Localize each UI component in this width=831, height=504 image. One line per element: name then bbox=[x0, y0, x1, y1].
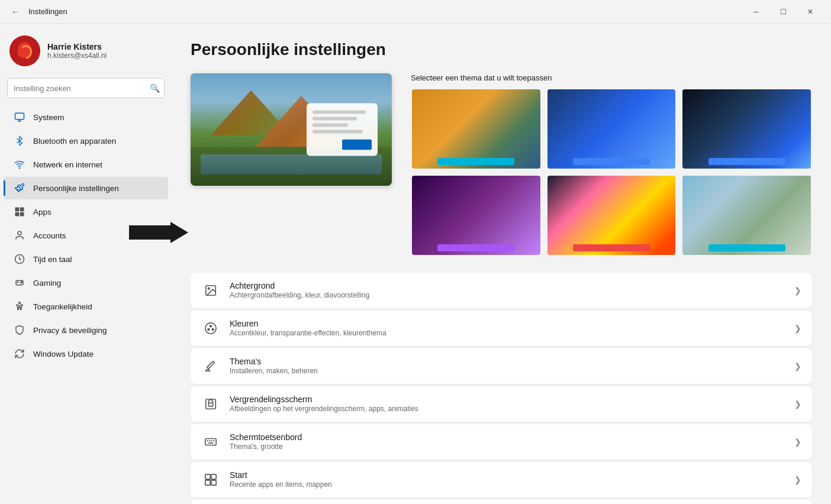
settings-group-kleuren: Kleuren Accentkleur, transparantie-effec… bbox=[191, 311, 812, 346]
nav-item-bluetooth[interactable]: Bluetooth en apparaten bbox=[4, 130, 168, 152]
keyboard-icon bbox=[201, 432, 220, 451]
svg-rect-8 bbox=[20, 212, 24, 217]
theme-thumb-2[interactable] bbox=[546, 88, 677, 170]
settings-item-kleuren[interactable]: Kleuren Accentkleur, transparantie-effec… bbox=[191, 311, 812, 346]
update-icon bbox=[13, 347, 26, 360]
svg-rect-30 bbox=[205, 474, 210, 479]
chevron-icon-kleuren: ❯ bbox=[794, 324, 801, 333]
settings-text-achtergrond: Achtergrond Achtergrondafbeelding, kleur… bbox=[230, 281, 785, 299]
user-section: Harrie Kisters h.kisters@xs4all.nl bbox=[0, 28, 172, 76]
nav-item-tijd[interactable]: Tijd en taal bbox=[4, 248, 168, 270]
nav-label-systeem: Systeem bbox=[33, 113, 65, 122]
maximize-button[interactable]: ☐ bbox=[769, 2, 797, 21]
nav-item-gaming[interactable]: Gaming bbox=[4, 272, 168, 294]
nav-label-apps: Apps bbox=[33, 208, 51, 217]
image-icon bbox=[201, 281, 220, 300]
nav-label-netwerk: Netwerk en internet bbox=[33, 160, 102, 169]
sidebar: Harrie Kisters h.kisters@xs4all.nl 🔍 Sys… bbox=[0, 24, 172, 504]
monitor-icon bbox=[13, 111, 26, 124]
paintbrush-icon bbox=[13, 182, 26, 195]
theme-thumb-1[interactable] bbox=[411, 88, 542, 170]
svg-point-18 bbox=[205, 323, 216, 334]
nav-item-systeem[interactable]: Systeem bbox=[4, 106, 168, 128]
chevron-icon-achtergrond: ❯ bbox=[794, 286, 801, 295]
settings-desc-toetsenbord: Thema's, grootte bbox=[230, 442, 785, 451]
theme-thumb-4[interactable] bbox=[411, 175, 542, 256]
window-title: Instellingen bbox=[28, 7, 67, 16]
settings-item-taakbalk[interactable]: Taakbalk Gedrag van taakbalk, systeempin… bbox=[191, 500, 812, 504]
nav-item-windows-update[interactable]: Windows Update bbox=[4, 343, 168, 365]
settings-desc-themas: Installeren, maken, beheren bbox=[230, 367, 785, 375]
palette-icon bbox=[201, 319, 220, 338]
settings-group-taakbalk: Taakbalk Gedrag van taakbalk, systeempin… bbox=[191, 500, 812, 504]
settings-item-vergrendeling[interactable]: Vergrendelingsscherm Afbeeldingen op het… bbox=[191, 386, 812, 422]
user-name: Harrie Kisters bbox=[47, 42, 107, 51]
nav-item-accounts[interactable]: Accounts bbox=[4, 224, 168, 247]
settings-item-start[interactable]: Start Recente apps en items, mappen ❯ bbox=[191, 462, 812, 497]
nav-label-accounts: Accounts bbox=[33, 231, 66, 240]
settings-desc-start: Recente apps en items, mappen bbox=[230, 480, 785, 489]
settings-item-achtergrond[interactable]: Achtergrond Achtergrondafbeelding, kleur… bbox=[191, 273, 812, 308]
settings-title-achtergrond: Achtergrond bbox=[230, 281, 785, 290]
shield-icon bbox=[13, 324, 26, 337]
main-content: Persoonlijke instellingen bbox=[172, 24, 831, 504]
chevron-icon-start: ❯ bbox=[794, 475, 801, 484]
title-bar: ← Instellingen ─ ☐ ✕ bbox=[0, 0, 831, 24]
nav-item-apps[interactable]: Apps bbox=[4, 201, 168, 223]
svg-rect-31 bbox=[211, 474, 216, 479]
nav-label-gaming: Gaming bbox=[33, 279, 61, 287]
svg-point-17 bbox=[208, 287, 210, 289]
nav-item-persoonlijk[interactable]: Persoonlijke instellingen bbox=[4, 177, 168, 199]
chevron-icon-toetsenbord: ❯ bbox=[794, 437, 801, 447]
lock-screen-icon bbox=[201, 395, 220, 413]
settings-desc-kleuren: Accentkleur, transparantie-effecten, kle… bbox=[230, 329, 785, 337]
settings-group-themas: Thema's Installeren, maken, beheren ❯ bbox=[191, 348, 812, 384]
settings-group-toetsenbord: Schermtoetsenbord Thema's, grootte ❯ bbox=[191, 424, 812, 460]
brush-icon bbox=[201, 357, 220, 376]
theme-section: Selecteer een thema dat u wilt toepassen bbox=[191, 73, 812, 256]
svg-point-21 bbox=[212, 328, 214, 330]
nav-item-netwerk[interactable]: Netwerk en internet bbox=[4, 153, 168, 176]
settings-list: Achtergrond Achtergrondafbeelding, kleur… bbox=[191, 273, 812, 504]
window-controls: ─ ☐ ✕ bbox=[742, 2, 824, 21]
theme-thumb-5[interactable] bbox=[546, 175, 677, 256]
search-input[interactable] bbox=[7, 78, 165, 98]
theme-preview bbox=[191, 73, 392, 186]
minimize-button[interactable]: ─ bbox=[742, 2, 769, 21]
svg-point-4 bbox=[19, 167, 20, 169]
svg-point-19 bbox=[208, 328, 210, 330]
accessibility-icon bbox=[13, 300, 26, 313]
svg-point-20 bbox=[210, 325, 212, 327]
settings-item-toetsenbord[interactable]: Schermtoetsenbord Thema's, grootte ❯ bbox=[191, 424, 812, 460]
close-button[interactable]: ✕ bbox=[797, 2, 824, 21]
user-info: Harrie Kisters h.kisters@xs4all.nl bbox=[47, 42, 107, 60]
nav-label-tijd: Tijd en taal bbox=[33, 255, 72, 264]
settings-title-kleuren: Kleuren bbox=[230, 319, 785, 328]
start-icon bbox=[201, 470, 220, 489]
theme-thumb-6[interactable] bbox=[681, 175, 812, 256]
nav-label-bluetooth: Bluetooth en apparaten bbox=[33, 137, 116, 146]
svg-rect-6 bbox=[20, 208, 24, 212]
chevron-icon-themas: ❯ bbox=[794, 361, 801, 371]
settings-title-start: Start bbox=[230, 470, 785, 480]
settings-desc-achtergrond: Achtergrondafbeelding, kleur, diavoorste… bbox=[230, 291, 785, 299]
svg-rect-23 bbox=[208, 403, 212, 406]
svg-rect-22 bbox=[206, 399, 216, 409]
settings-text-themas: Thema's Installeren, maken, beheren bbox=[230, 357, 785, 375]
svg-point-15 bbox=[19, 302, 21, 304]
gamepad-icon bbox=[13, 276, 26, 289]
settings-title-vergrendeling: Vergrendelingsscherm bbox=[230, 395, 785, 404]
settings-text-kleuren: Kleuren Accentkleur, transparantie-effec… bbox=[230, 319, 785, 337]
theme-grid-section: Selecteer een thema dat u wilt toepassen bbox=[411, 73, 812, 256]
settings-title-toetsenbord: Schermtoetsenbord bbox=[230, 432, 785, 442]
theme-thumb-3[interactable] bbox=[681, 88, 812, 170]
settings-title-themas: Thema's bbox=[230, 357, 785, 366]
settings-item-themas[interactable]: Thema's Installeren, maken, beheren ❯ bbox=[191, 348, 812, 384]
settings-text-toetsenbord: Schermtoetsenbord Thema's, grootte bbox=[230, 432, 785, 451]
nav-item-privacy[interactable]: Privacy & beveiliging bbox=[4, 319, 168, 341]
nav-item-toegankelijkheid[interactable]: Toegankelijkheid bbox=[4, 295, 168, 318]
theme-grid bbox=[411, 88, 812, 256]
preview-dialog bbox=[307, 104, 378, 156]
back-button[interactable]: ← bbox=[7, 4, 24, 20]
nav-label-toegankelijkheid: Toegankelijkheid bbox=[33, 302, 92, 311]
